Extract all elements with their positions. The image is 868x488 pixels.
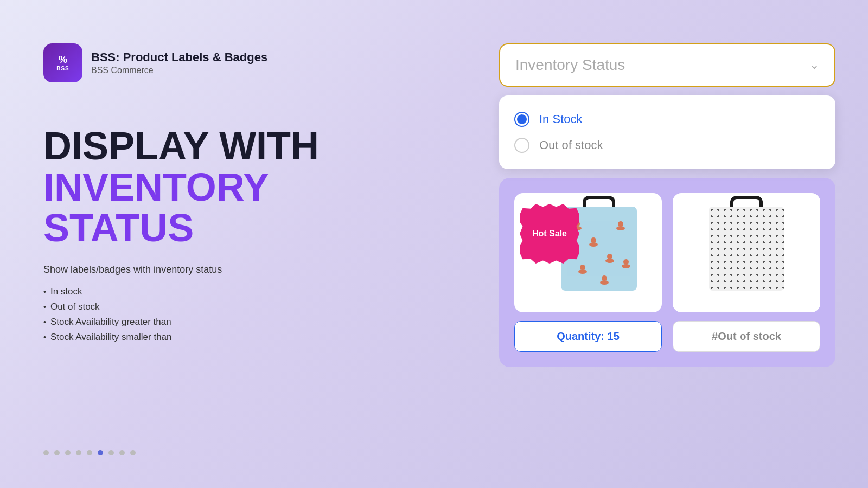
- dot-6-active[interactable]: [98, 450, 103, 455]
- feature-list: In stock Out of stock Stock Availability…: [43, 284, 369, 345]
- info-bars-grid: Quantity: 15 #Out of stock: [514, 321, 820, 352]
- pagination-dots: [43, 450, 136, 455]
- heading-line2: INVENTORY: [43, 167, 369, 208]
- app-title: BSS: Product Labels & Badges: [91, 50, 267, 65]
- dot-8[interactable]: [119, 450, 125, 455]
- quantity-bar: Quantity: 15: [514, 321, 662, 352]
- radio-selected-indicator: [517, 114, 527, 124]
- description-text: Show labels/badges with inventory status: [43, 264, 369, 275]
- inventory-status-dropdown[interactable]: Inventory Status ⌄: [499, 43, 835, 87]
- app-logo: % BSS: [43, 43, 82, 82]
- heading-line3: STATUS: [43, 208, 369, 249]
- svg-point-14: [622, 264, 630, 268]
- logo-area: % BSS BSS: Product Labels & Badges BSS C…: [43, 43, 369, 82]
- product-image-2: [673, 193, 820, 312]
- dot-9[interactable]: [130, 450, 136, 455]
- dot-pattern: [709, 207, 784, 291]
- chevron-down-icon: ⌄: [809, 58, 819, 72]
- option-in-stock[interactable]: In Stock: [514, 106, 820, 132]
- logo-text: BSS: Product Labels & Badges BSS Commerc…: [91, 50, 267, 75]
- svg-point-2: [589, 242, 598, 247]
- dropdown-label: Inventory Status: [515, 56, 625, 74]
- svg-point-7: [580, 265, 585, 270]
- hot-sale-text: Hot Sale: [532, 228, 567, 239]
- logo-percent-icon: %: [59, 55, 67, 65]
- option-out-of-stock[interactable]: Out of stock: [514, 132, 820, 158]
- main-heading: DISPLAY WITH INVENTORY STATUS: [43, 126, 369, 249]
- dot-2[interactable]: [54, 450, 60, 455]
- svg-point-6: [578, 269, 587, 274]
- hot-sale-badge: Hot Sale: [520, 204, 579, 264]
- svg-point-9: [618, 221, 623, 227]
- svg-point-4: [605, 259, 614, 263]
- dot-5[interactable]: [87, 450, 92, 455]
- product-image-1: Hot Sale: [514, 193, 662, 312]
- product-card-2: [673, 193, 820, 312]
- dot-4[interactable]: [76, 450, 81, 455]
- svg-point-15: [623, 259, 629, 265]
- out-of-stock-label: Out of stock: [539, 138, 603, 152]
- list-item: In stock: [43, 284, 369, 299]
- list-item: Stock Availability smaller than: [43, 330, 369, 345]
- out-of-stock-bar: #Out of stock: [673, 321, 820, 352]
- list-item: Out of stock: [43, 299, 369, 314]
- options-panel: In Stock Out of stock: [499, 95, 835, 169]
- product-showcase: Hot Sale: [499, 178, 835, 367]
- product-card-1: Hot Sale: [514, 193, 662, 312]
- products-grid: Hot Sale: [514, 193, 820, 312]
- app-subtitle: BSS Commerce: [91, 66, 267, 75]
- list-item: Stock Availability greater than: [43, 314, 369, 330]
- in-stock-label: In Stock: [539, 112, 582, 126]
- radio-in-stock[interactable]: [514, 112, 529, 127]
- tote-body-2: [709, 207, 784, 291]
- left-section: % BSS BSS: Product Labels & Badges BSS C…: [43, 43, 369, 345]
- dot-7[interactable]: [108, 450, 114, 455]
- radio-out-of-stock[interactable]: [514, 138, 529, 153]
- dot-3[interactable]: [65, 450, 71, 455]
- svg-point-5: [607, 254, 612, 259]
- svg-point-12: [600, 280, 609, 285]
- dot-1[interactable]: [43, 450, 49, 455]
- heading-line1: DISPLAY WITH: [43, 124, 319, 168]
- tote-bag-2: [709, 207, 784, 299]
- svg-point-3: [591, 237, 596, 243]
- right-section: Inventory Status ⌄ In Stock Out of stock: [499, 43, 835, 367]
- svg-point-8: [616, 226, 625, 230]
- logo-bss-label: BSS: [56, 66, 69, 72]
- svg-point-13: [602, 275, 607, 281]
